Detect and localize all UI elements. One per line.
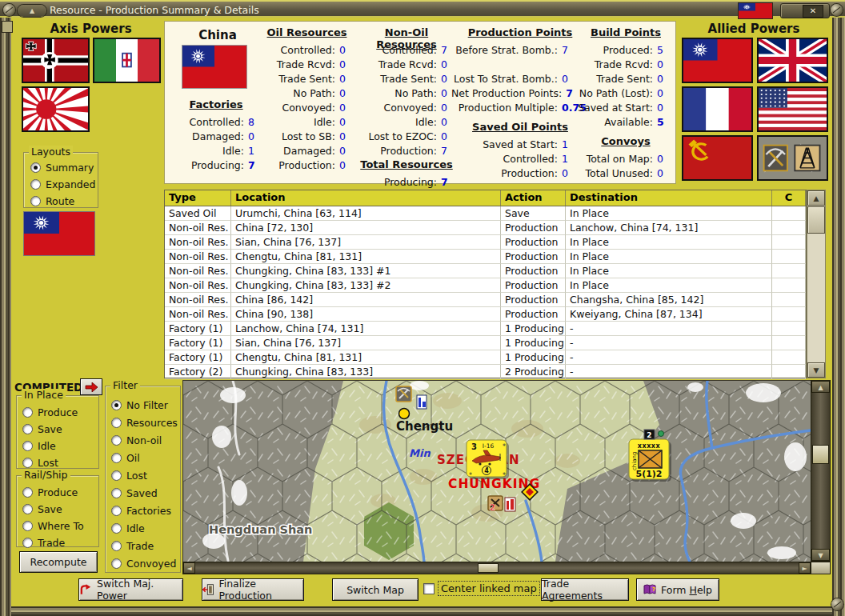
radio-label: Oil [126,452,140,464]
radio-icon[interactable] [22,521,33,531]
radio-icon[interactable] [111,470,122,481]
scroll-up-arrow[interactable]: ▲ [811,381,830,393]
power-flag-button[interactable] [22,38,90,83]
close-button[interactable]: ✕ [780,3,830,18]
power-flag-button[interactable] [682,38,753,83]
scroll-down-arrow[interactable]: ▼ [811,549,830,561]
radio-icon[interactable] [22,458,33,468]
city-dot-chengtu[interactable] [399,409,410,419]
resource-marker-chengtu[interactable] [396,386,411,402]
fighter-counter-i16[interactable]: 3 I-16 * * * 4 [467,440,509,479]
radio-icon[interactable] [111,541,122,551]
radio-icon[interactable] [111,435,122,446]
rail-ship-radio-option[interactable]: Save [22,501,98,518]
power-flag-button[interactable] [757,135,828,181]
radio-icon[interactable] [22,538,33,548]
radio-icon[interactable] [111,523,122,534]
army-counter-chiang[interactable]: xxxxx chiang 5(1)2 [629,439,671,482]
power-flag-button[interactable] [757,38,828,83]
table-row[interactable]: Non-oil Res. China [72, 130] Production … [165,221,806,235]
factory-icon-chungking[interactable] [505,498,515,511]
table-row[interactable]: Non-oil Res. Chungking, China [83, 133] … [165,278,806,293]
table-row[interactable]: Saved Oil Urumchi, China [63, 114] Save … [165,206,806,221]
table-row[interactable]: Non-oil Res. Chungking, China [83, 133] … [165,264,806,278]
radio-icon[interactable] [111,558,122,569]
computed-arrow-button[interactable] [80,378,102,395]
map-horizontal-scrollbar[interactable]: ◄ ► [182,562,811,574]
finalize-production-button[interactable]: Finalize Production [202,578,304,601]
layout-radio-option[interactable]: Route [30,193,98,210]
radio-icon[interactable] [22,441,33,451]
title-bar[interactable]: ▲ Resource - Production Summary & Detail… [0,0,845,18]
rail-ship-radio-option[interactable]: Produce [22,484,98,501]
power-flag-button[interactable] [682,86,753,132]
table-row[interactable]: Factory (1) Lanchow, China [74, 131] 1 P… [165,322,806,336]
radio-icon[interactable] [22,424,33,434]
switch-map-button[interactable]: Switch Map [332,578,418,601]
filter-radio-option[interactable]: Saved [111,484,180,502]
in-place-radio-option[interactable]: Produce [22,404,98,421]
recompute-button[interactable]: Recompute [19,551,98,573]
close-icon[interactable]: ✕ [803,5,823,18]
radio-icon[interactable] [111,453,122,463]
in-place-radio-option[interactable]: Save [22,421,98,438]
table-row[interactable]: Factory (2) Chungking, China [83, 133] 2… [165,365,806,379]
table-row[interactable]: Non-oil Res. China [90, 138] Production … [165,307,806,322]
filter-radio-option[interactable]: Idle [111,519,180,537]
selected-power-flag[interactable] [24,212,94,255]
filter-radio-option[interactable]: Non-oil [111,431,180,449]
center-linked-map-label[interactable]: Center linked map [439,582,539,595]
scroll-up-arrow[interactable]: ▲ [807,190,825,206]
table-row[interactable]: Non-oil Res. China [86, 142] Production … [165,293,806,307]
stat-row: Idle:1 [165,143,267,158]
filter-radio-option[interactable]: No Filter [111,396,180,414]
scroll-down-arrow[interactable]: ▼ [807,362,825,378]
filter-radio-option[interactable]: Oil [111,449,180,466]
filter-radio-option[interactable]: Resources [111,414,180,431]
table-row[interactable]: Non-oil Res. Chengtu, China [81, 131] Pr… [165,250,806,264]
center-linked-map-checkbox[interactable] [423,583,435,594]
factory-icon-chengtu[interactable] [417,395,427,409]
layout-radio-option[interactable]: Summary [30,159,98,176]
map-vertical-scrollbar[interactable]: ▲ ▼ [811,380,831,562]
in-place-radio-option[interactable]: Idle [22,438,98,454]
power-flag-button[interactable] [93,38,161,83]
radio-icon[interactable] [111,506,122,516]
scroll-left-arrow[interactable]: ◄ [183,562,195,574]
radio-icon[interactable] [22,487,33,498]
filter-radio-option[interactable]: Convoyed [111,554,180,572]
radio-icon[interactable] [30,162,41,173]
table-row[interactable]: Non-oil Res. Sian, China [76, 137] Produ… [165,235,806,250]
radio-icon[interactable] [22,407,33,418]
stat-row: Lost To Strat. Bomb.:0 [451,71,589,86]
power-flag-button[interactable] [757,86,828,132]
radio-icon[interactable] [111,488,122,498]
form-help-button[interactable]: ? Form Help [636,578,719,601]
factories-column: Factories Controlled:8 Damaged:0 Idle:1 … [165,98,267,172]
scroll-right-arrow[interactable]: ► [799,562,811,574]
power-flag-button[interactable] [682,135,753,181]
trade-agreements-button[interactable]: Trade Agreements [541,578,629,601]
scroll-thumb[interactable] [478,563,499,573]
layout-radio-option[interactable]: Expanded [30,176,98,193]
map-viewport[interactable]: Hengduan Shan Chengtu Min SZECHWAN CHUNG… [182,380,811,562]
radio-icon[interactable] [111,418,122,428]
switch-major-power-button[interactable]: Switch Maj. Power [78,578,183,601]
table-row[interactable]: Factory (1) Sian, China [76, 137] 1 Prod… [165,336,806,350]
filter-radio-option[interactable]: Factories [111,502,180,519]
filter-radio-option[interactable]: Trade [111,537,180,554]
table-scrollbar[interactable]: ▲ ▼ [807,190,826,378]
radio-icon[interactable] [30,179,41,190]
radio-icon[interactable] [30,196,41,206]
resource-marker-chungking[interactable]: 2 [488,496,503,512]
filter-radio-option[interactable]: Lost [111,466,180,484]
scroll-thumb[interactable] [807,206,825,234]
radio-icon[interactable] [22,504,33,514]
rail-ship-radio-option[interactable]: Where To [22,518,98,534]
power-flag-button[interactable] [22,86,90,132]
scroll-thumb[interactable] [812,445,829,464]
radio-icon[interactable] [111,400,122,410]
system-menu-button[interactable]: ▲ [18,5,46,17]
table-row[interactable]: Factory (1) Chengtu, China [81, 131] 1 P… [165,350,806,365]
rail-ship-radio-option[interactable]: Trade [22,534,98,551]
